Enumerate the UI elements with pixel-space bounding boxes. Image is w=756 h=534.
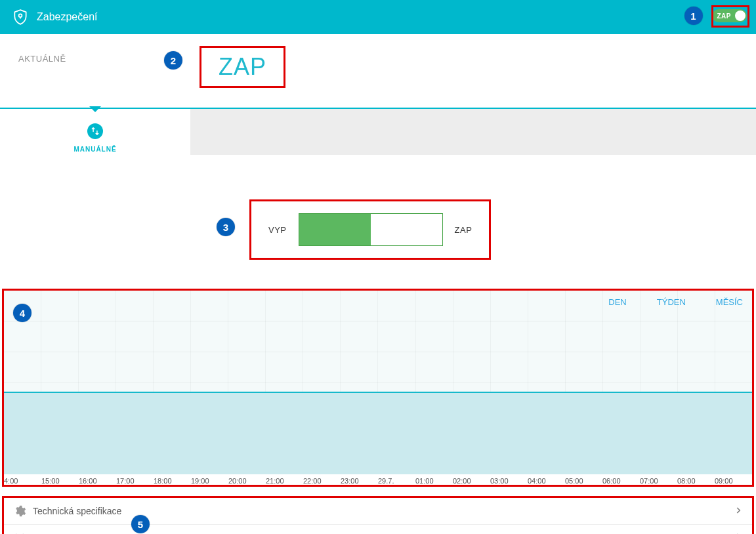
annotation-badge-1: 1 <box>684 7 703 25</box>
slider-off-half <box>371 214 442 245</box>
axis-tick: 06:00 <box>602 477 640 485</box>
row-factory-reset[interactable]: Tovární nastavení <box>4 524 752 534</box>
toggle-knob-icon <box>735 10 746 21</box>
axis-tick: 16:00 <box>79 477 116 485</box>
annotation-box-3: VYP ZAP <box>249 199 491 260</box>
header-right: 1 ZAP <box>684 7 747 25</box>
axis-tick: 19:00 <box>191 477 228 485</box>
manual-icon <box>87 123 103 139</box>
axis-tick: 08:00 <box>677 477 715 485</box>
axis-tick: 04:00 <box>528 477 565 485</box>
annotation-badge-4: 4 <box>13 304 32 322</box>
master-toggle[interactable]: ZAP <box>712 9 747 22</box>
annotation-badge-2: 2 <box>164 51 182 70</box>
row-technical-spec[interactable]: Technická specifikace <box>4 498 752 524</box>
page-title: Zabezpečení <box>37 11 98 23</box>
row-technical-spec-label: Technická specifikace <box>33 506 121 516</box>
axis-tick: 09:00 <box>715 477 752 485</box>
gear-icon <box>13 504 26 518</box>
axis-tick: 01:00 <box>415 477 453 485</box>
axis-tick: 20:00 <box>228 477 266 485</box>
toggle-off-label: VYP <box>268 225 287 235</box>
axis-tick: 03:00 <box>490 477 528 485</box>
axis-tick: 02:00 <box>453 477 490 485</box>
axis-tick: 23:00 <box>341 477 378 485</box>
svg-point-0 <box>19 14 22 17</box>
app-header: Zabezpečení 1 ZAP <box>0 0 756 34</box>
shield-icon <box>12 9 29 26</box>
axis-tick: 15:00 <box>41 477 79 485</box>
history-chart[interactable]: DEN TÝDEN MĚSÍC <box>4 291 752 474</box>
current-state-value: ZAP <box>200 46 285 88</box>
master-toggle-label: ZAP <box>717 12 732 20</box>
tab-manual[interactable]: MANUÁLNĚ <box>0 109 190 153</box>
history-chart-container: 4 DEN TÝDEN MĚSÍC 4:0015:0016:0017:0018:… <box>2 289 754 487</box>
axis-tick: 07:00 <box>640 477 677 485</box>
state-slider[interactable] <box>299 213 443 246</box>
axis-tick: 05:00 <box>565 477 602 485</box>
chevron-right-icon <box>734 506 743 517</box>
annotation-badge-3: 3 <box>217 218 235 236</box>
slider-on-half <box>299 214 371 245</box>
chart-x-axis: 4:0015:0016:0017:0018:0019:0020:0021:002… <box>4 474 752 485</box>
tab-manual-label: MANUÁLNĚ <box>74 146 116 153</box>
mode-tabs: MANUÁLNĚ <box>0 108 756 167</box>
axis-tick: 22:00 <box>303 477 341 485</box>
close-icon <box>13 531 26 535</box>
toggle-section: 3 VYP ZAP <box>0 199 756 260</box>
axis-tick: 21:00 <box>266 477 303 485</box>
current-state-row: AKTUÁLNĚ 2 ZAP <box>0 34 756 88</box>
axis-tick: 18:00 <box>154 477 191 485</box>
axis-tick: 4:00 <box>4 477 41 485</box>
settings-list: Technická specifikace Tovární nastavení … <box>2 496 754 534</box>
tab-spacer <box>190 109 756 155</box>
axis-tick: 29.7. <box>378 477 415 485</box>
axis-tick: 17:00 <box>116 477 154 485</box>
annotation-badge-5: 5 <box>131 515 150 533</box>
toggle-on-label: ZAP <box>455 225 472 235</box>
chart-area-fill <box>4 392 752 474</box>
